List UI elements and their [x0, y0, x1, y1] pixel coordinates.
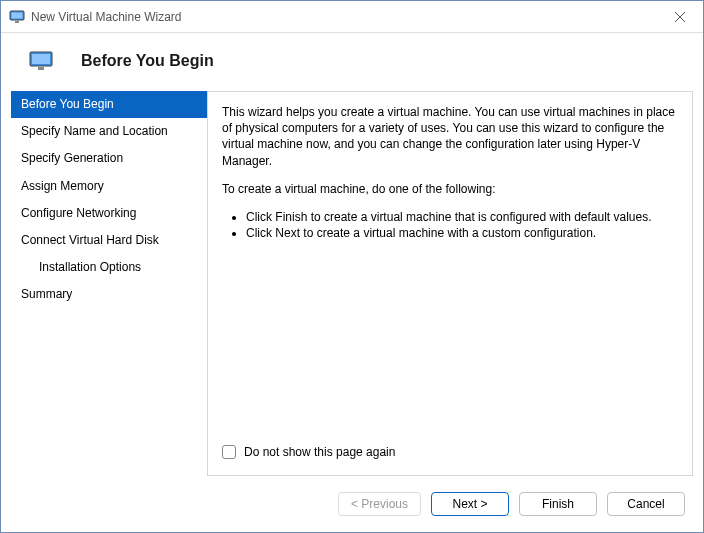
svg-rect-1: [12, 12, 23, 18]
wizard-step-label: Specify Name and Location: [21, 124, 168, 138]
dont-show-again-checkbox[interactable]: [222, 445, 236, 459]
wizard-step-label: Installation Options: [39, 260, 141, 274]
previous-button: < Previous: [338, 492, 421, 516]
wizard-step-item[interactable]: Configure Networking: [11, 200, 207, 227]
wizard-step-item[interactable]: Assign Memory: [11, 173, 207, 200]
wizard-step-label: Specify Generation: [21, 151, 123, 165]
wizard-step-item[interactable]: Before You Begin: [11, 91, 207, 118]
window-title: New Virtual Machine Wizard: [31, 10, 657, 24]
instruction-bullets: Click Finish to create a virtual machine…: [222, 209, 678, 241]
dont-show-again-label: Do not show this page again: [244, 445, 395, 459]
wizard-content-panel: This wizard helps you create a virtual m…: [207, 91, 693, 476]
intro-paragraph: This wizard helps you create a virtual m…: [222, 104, 678, 169]
cancel-button[interactable]: Cancel: [607, 492, 685, 516]
wizard-step-label: Before You Begin: [21, 97, 114, 111]
instruction-paragraph: To create a virtual machine, do one of t…: [222, 181, 678, 197]
titlebar: New Virtual Machine Wizard: [1, 1, 703, 33]
wizard-step-item[interactable]: Installation Options: [11, 254, 207, 281]
finish-button[interactable]: Finish: [519, 492, 597, 516]
svg-rect-7: [32, 54, 50, 64]
page-title: Before You Begin: [81, 52, 214, 70]
content-spacer: [222, 253, 678, 439]
wizard-step-label: Summary: [21, 287, 72, 301]
wizard-footer: < Previous Next > Finish Cancel: [1, 476, 703, 532]
close-button[interactable]: [657, 2, 703, 32]
wizard-steps-list: Before You BeginSpecify Name and Locatio…: [11, 91, 207, 309]
app-icon: [9, 9, 25, 25]
wizard-step-item[interactable]: Specify Name and Location: [11, 118, 207, 145]
close-icon: [675, 12, 685, 22]
wizard-header-icon: [29, 49, 53, 73]
dont-show-again-row[interactable]: Do not show this page again: [222, 439, 678, 465]
wizard-step-label: Configure Networking: [21, 206, 136, 220]
instruction-bullet: Click Next to create a virtual machine w…: [246, 225, 678, 241]
wizard-header: Before You Begin: [1, 33, 703, 91]
next-button[interactable]: Next >: [431, 492, 509, 516]
wizard-step-item[interactable]: Summary: [11, 281, 207, 308]
wizard-step-label: Connect Virtual Hard Disk: [21, 233, 159, 247]
wizard-body: Before You BeginSpecify Name and Locatio…: [1, 91, 703, 476]
wizard-step-label: Assign Memory: [21, 179, 104, 193]
svg-rect-3: [15, 21, 19, 23]
svg-rect-9: [38, 67, 44, 70]
wizard-window: New Virtual Machine Wizard Before You Be…: [0, 0, 704, 533]
wizard-step-item[interactable]: Connect Virtual Hard Disk: [11, 227, 207, 254]
instruction-bullet: Click Finish to create a virtual machine…: [246, 209, 678, 225]
wizard-step-item[interactable]: Specify Generation: [11, 145, 207, 172]
wizard-steps-sidebar: Before You BeginSpecify Name and Locatio…: [11, 91, 207, 476]
